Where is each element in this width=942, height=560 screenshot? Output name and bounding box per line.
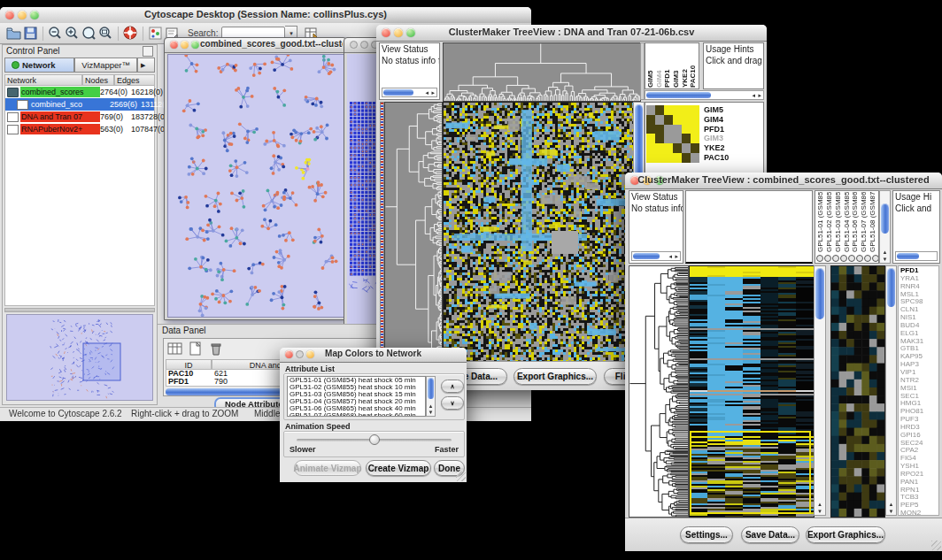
matrix-cell xyxy=(664,105,673,115)
frame-close-button[interactable] xyxy=(170,41,178,49)
matrix-cell xyxy=(682,134,691,143)
open-file-icon[interactable] xyxy=(5,26,22,41)
tv2-export-graphics-button[interactable]: Export Graphics... xyxy=(806,526,885,543)
network-list-row[interactable]: combined_scores2764(0)16218(0) xyxy=(5,86,154,98)
tv2-column-label: GPL51-02 (GSM855) xyxy=(825,192,834,252)
tab-overflow-arrow[interactable]: ▶ xyxy=(137,58,155,73)
matrix-cell xyxy=(655,125,664,134)
tv2-zoom-heatmap[interactable] xyxy=(830,265,885,518)
resize-grip[interactable] xyxy=(456,472,466,481)
move-up-glyph: ∧ xyxy=(450,383,454,390)
frame2-close-button[interactable] xyxy=(350,41,358,49)
status-middle-hint: Middle- xyxy=(254,409,283,418)
matrix-cell xyxy=(673,134,682,143)
frame-minimize-button[interactable] xyxy=(181,41,189,49)
tab-network-label: Network xyxy=(22,60,55,70)
tab-vizmapper[interactable]: VizMapper™ xyxy=(74,58,137,73)
network-list-row[interactable]: DNA and Tran 07769(0)183728(0) xyxy=(5,111,154,123)
network-view-frame: combined_scores_good.txt--cluste... xyxy=(164,37,347,320)
move-down-glyph: ∨ xyxy=(450,400,454,407)
column-node-circle xyxy=(856,255,863,262)
network-list-row[interactable]: RNAPuberNov2+563(0)107847(0) xyxy=(5,123,154,135)
network-overview-panel[interactable] xyxy=(6,314,153,401)
matrix-cell xyxy=(646,143,655,153)
new-attribute-icon[interactable] xyxy=(188,341,204,356)
move-up-button[interactable]: ∧ xyxy=(441,380,464,393)
treeview1-titlebar[interactable]: ClusterMaker TreeView : DNA and Tran 07-… xyxy=(376,25,767,42)
network-overview-canvas[interactable] xyxy=(7,315,152,400)
tv1-zoom-matrix[interactable] xyxy=(646,105,699,163)
tv2-column-label: GPL51-03 (GSM856) xyxy=(834,192,843,252)
tv2-settings-button[interactable]: Settings... xyxy=(680,526,733,543)
tv1-column-dendrogram[interactable] xyxy=(443,42,641,102)
attribute-list-scrollbar[interactable]: ▲▼ xyxy=(426,376,436,417)
tv1-global-heatmap[interactable] xyxy=(443,102,634,363)
network-frame-titlebar[interactable]: combined_scores_good.txt--cluste... xyxy=(165,38,346,53)
matrix-cell xyxy=(646,134,655,143)
matrix-cell xyxy=(682,105,691,115)
animate-vizmap-label: Animate Vizmap xyxy=(293,464,361,473)
zoom-selected-icon[interactable] xyxy=(81,26,97,41)
tv2-view-status-scrollbar[interactable]: ◂▸ xyxy=(631,251,681,261)
tab-network[interactable]: Network xyxy=(4,58,74,73)
panel-splitter[interactable] xyxy=(4,308,155,312)
toolbar-separator xyxy=(143,27,143,41)
tv2-export-graphics-label: Export Graphics... xyxy=(807,530,884,540)
tv1-zoom-hscrollbar[interactable]: ◂▸ xyxy=(645,90,764,100)
network-list-row[interactable]: combined_sco2569(6)13112(15) xyxy=(5,98,154,111)
tv1-view-status-text: No status info f xyxy=(380,55,439,66)
tv2-collabel-vscrollbar[interactable]: ▲▼ xyxy=(879,190,891,264)
tv1-column-label: PAC10 xyxy=(689,44,698,88)
zoom-out-icon[interactable] xyxy=(47,26,64,41)
tv2-row-dendrogram[interactable] xyxy=(629,265,689,518)
tv1-row-dendrogram[interactable] xyxy=(384,102,443,363)
matrix-cell xyxy=(691,143,699,153)
float-panel-icon[interactable] xyxy=(143,46,153,57)
zoom-fit-icon[interactable] xyxy=(97,26,114,41)
delete-attribute-icon[interactable] xyxy=(208,341,224,356)
zoom-in-icon[interactable] xyxy=(64,26,81,41)
network-list: combined_scores2764(0)16218(0)combined_s… xyxy=(4,85,155,306)
animate-vizmap-button[interactable]: Animate Vizmap xyxy=(294,460,361,476)
treeview2-titlebar[interactable]: ClusterMaker TreeView : combined_scores_… xyxy=(625,173,942,189)
matrix-cell xyxy=(655,153,664,163)
attribute-listbox[interactable]: GPL51-01 (GSM854) heat shock 05 minGPL51… xyxy=(287,376,426,417)
help-lifering-icon[interactable] xyxy=(122,26,139,41)
select-attributes-icon[interactable] xyxy=(167,341,183,356)
tv1-view-status-scrollbar[interactable]: ◂▸ xyxy=(382,88,437,97)
matrix-cell xyxy=(691,134,699,143)
tv2-usage-hints-title: Usage Hi xyxy=(893,191,939,203)
matrix-cell xyxy=(655,134,664,143)
create-vizmap-button[interactable]: Create Vizmap xyxy=(366,460,431,476)
tv2-save-data-button[interactable]: Save Data... xyxy=(741,526,799,543)
tv2-heatmap-vscrollbar[interactable]: ▲▼ xyxy=(814,265,826,516)
main-titlebar[interactable]: Cytoscape Desktop (Session Name: collins… xyxy=(0,7,531,24)
frame2-minimize-button[interactable] xyxy=(360,41,368,49)
tv2-column-labels: GPL51-01 (GSM854)GPL51-02 (GSM855)GPL51-… xyxy=(815,190,879,253)
column-node-circle xyxy=(816,255,823,262)
dialog-titlebar[interactable]: Map Colors to Network xyxy=(280,348,467,363)
move-down-button[interactable]: ∨ xyxy=(441,396,464,410)
attribute-list-item[interactable]: GPL51-07 (GSM868) heat shock 60 min xyxy=(290,412,425,417)
tv2-column-tree-area[interactable] xyxy=(685,190,813,264)
tv2-usage-hints-scrollbar[interactable] xyxy=(895,251,938,261)
network-canvas[interactable] xyxy=(167,54,345,318)
vizmap-grid-icon[interactable] xyxy=(147,26,164,41)
column-node-circle xyxy=(832,255,839,262)
tv1-row-label: PFD1 xyxy=(704,125,729,134)
save-session-icon[interactable] xyxy=(22,26,39,41)
frame-zoom-button[interactable] xyxy=(191,41,199,49)
speed-slider-thumb[interactable] xyxy=(369,434,380,445)
tv1-row-label: YKE2 xyxy=(704,143,729,153)
tv1-export-graphics-button[interactable]: Export Graphics... xyxy=(513,368,597,385)
tv1-column-label: GIM3 xyxy=(672,44,681,88)
doc-icon xyxy=(7,125,19,134)
matrix-cell xyxy=(691,115,699,125)
resize-grip[interactable] xyxy=(931,541,941,550)
tv2-zoom-vscrollbar[interactable]: ▲▼ xyxy=(885,265,897,516)
tv2-column-label: GPL51-01 (GSM854) xyxy=(816,192,825,252)
matrix-cell xyxy=(673,143,682,153)
attribute-list-label: Attribute List xyxy=(285,364,335,373)
matrix-cell xyxy=(682,153,691,163)
matrix-cell xyxy=(691,105,699,115)
